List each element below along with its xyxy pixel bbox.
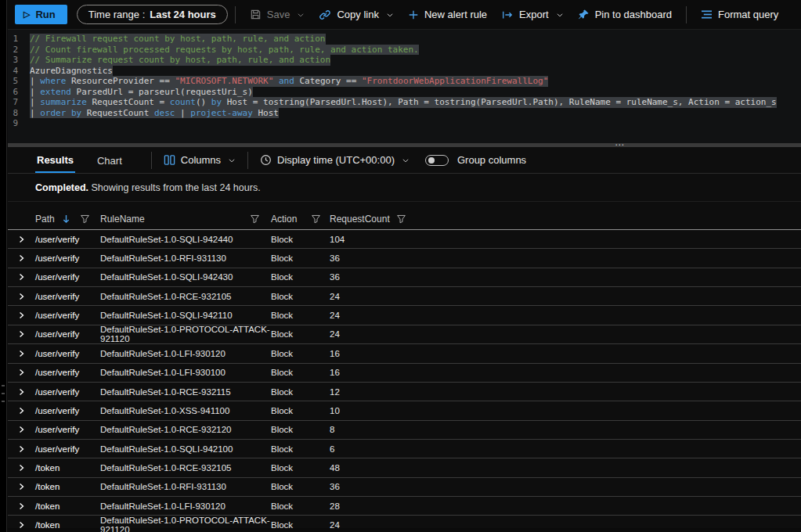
panel-resize-handle[interactable]: ⋯ (8, 143, 801, 147)
row-expander-icon[interactable] (18, 293, 25, 300)
column-header-path[interactable]: Path (35, 214, 100, 225)
line-number: 2 (8, 45, 30, 56)
filter-icon[interactable] (396, 214, 406, 224)
table-row[interactable]: /tokenDefaultRuleSet-1.0-RCE-932105Block… (8, 458, 801, 477)
table-body: /user/verifyDefaultRuleSet-1.0-SQLI-9424… (8, 230, 801, 532)
cell-action: Block (271, 292, 330, 301)
column-header-requestcount[interactable]: RequestCount (330, 214, 428, 225)
pin-to-dashboard-button[interactable]: Pin to dashboard (571, 3, 679, 27)
query-status: Completed. Showing results from the last… (8, 174, 801, 202)
export-button[interactable]: Export (494, 3, 571, 27)
sort-descending-icon[interactable] (62, 214, 70, 224)
column-label: RuleName (100, 214, 145, 225)
format-query-button[interactable]: Format query (694, 3, 785, 27)
tab-results[interactable]: Results (35, 148, 75, 173)
display-time-dropdown[interactable]: Display time (UTC+00:00) (255, 154, 414, 166)
code-line[interactable]: 6| extend ParsedUrl = parseurl(requestUr… (8, 87, 801, 98)
row-expander-icon[interactable] (18, 254, 25, 262)
table-row[interactable]: /user/verifyDefaultRuleSet-1.0-LFI-93010… (8, 364, 801, 383)
column-header-rulename[interactable]: RuleName (100, 214, 271, 225)
table-row[interactable]: /user/verifyDefaultRuleSet-1.0-PROTOCOL-… (8, 325, 801, 344)
table-row[interactable]: /user/verifyDefaultRuleSet-1.0-SQLI-9421… (8, 440, 801, 458)
cell-rulename: DefaultRuleSet-1.0-RFI-931130 (100, 253, 271, 263)
run-button[interactable]: ▷ Run (15, 5, 67, 24)
cell-requestcount: 24 (330, 520, 428, 530)
code-line[interactable]: 9 (8, 118, 801, 129)
time-range-picker[interactable]: Time range : Last 24 hours (77, 5, 228, 24)
copy-link-button[interactable]: Copy link (312, 3, 400, 27)
table-row[interactable]: /tokenDefaultRuleSet-1.0-PROTOCOL-ATTACK… (8, 516, 801, 532)
cell-action: Block (271, 387, 330, 397)
tabbar-separator (247, 152, 248, 169)
table-row[interactable]: /user/verifyDefaultRuleSet-1.0-RCE-93210… (8, 287, 801, 306)
cell-action: Block (271, 253, 330, 263)
new-alert-rule-button[interactable]: New alert rule (401, 3, 494, 27)
table-row[interactable]: /user/verifyDefaultRuleSet-1.0-RFI-93113… (8, 249, 801, 268)
row-expander-icon[interactable] (18, 445, 25, 453)
cell-requestcount: 28 (330, 501, 428, 511)
query-workspace: ▷ Run Time range : Last 24 hours Save Co… (8, 0, 801, 532)
save-icon (250, 9, 262, 20)
query-status-detail: Showing results from the last 24 hours. (88, 182, 261, 193)
collapsed-side-rail[interactable] (0, 0, 7, 532)
cell-requestcount: 10 (330, 406, 428, 415)
code-line[interactable]: 8| order by RequestCount desc | project-… (8, 108, 801, 119)
table-row[interactable]: /tokenDefaultRuleSet-1.0-LFI-930120Block… (8, 497, 801, 516)
row-expander-icon[interactable] (18, 350, 25, 358)
row-expander-icon[interactable] (18, 502, 25, 510)
cell-action: Block (271, 349, 330, 358)
row-expander-icon[interactable] (18, 235, 25, 243)
side-rail-grip-icon[interactable] (2, 385, 5, 402)
row-expander-icon[interactable] (18, 464, 25, 472)
code-line[interactable]: 2// Count firewall processed requests by… (8, 45, 801, 56)
table-row[interactable]: /user/verifyDefaultRuleSet-1.0-RCE-93211… (8, 383, 801, 401)
cell-path: /token (35, 482, 100, 491)
tab-chart[interactable]: Chart (96, 149, 124, 172)
row-expander-icon[interactable] (18, 521, 25, 529)
query-editor[interactable]: 1// Firewall request count by host, path… (8, 30, 801, 143)
row-expander-icon[interactable] (18, 426, 25, 433)
row-expander-icon[interactable] (18, 368, 25, 376)
cell-rulename: DefaultRuleSet-1.0-RFI-931130 (100, 482, 271, 491)
cell-rulename: DefaultRuleSet-1.0-SQLI-942440 (100, 235, 271, 244)
line-number: 7 (8, 97, 30, 108)
group-columns-toggle[interactable] (425, 155, 449, 166)
table-row[interactable]: /user/verifyDefaultRuleSet-1.0-SQLI-9421… (8, 306, 801, 325)
run-button-label: Run (35, 9, 55, 20)
filter-icon[interactable] (250, 214, 260, 224)
filter-icon[interactable] (311, 214, 321, 224)
column-label: RequestCount (330, 214, 390, 225)
line-number: 3 (8, 55, 30, 66)
row-expander-icon[interactable] (18, 388, 25, 396)
toggle-knob (428, 157, 435, 164)
cell-rulename: DefaultRuleSet-1.0-SQLI-942110 (100, 311, 271, 320)
row-expander-icon[interactable] (18, 483, 25, 491)
table-row[interactable]: /user/verifyDefaultRuleSet-1.0-LFI-93012… (8, 344, 801, 363)
cell-rulename: DefaultRuleSet-1.0-PROTOCOL-ATTACK-92112… (100, 516, 271, 532)
code-line[interactable]: 1// Firewall request count by host, path… (8, 34, 801, 45)
table-row[interactable]: /tokenDefaultRuleSet-1.0-RFI-931130Block… (8, 478, 801, 497)
row-expander-icon[interactable] (18, 330, 25, 338)
table-row[interactable]: /user/verifyDefaultRuleSet-1.0-SQLI-9424… (8, 268, 801, 287)
save-button[interactable]: Save (243, 3, 312, 27)
columns-dropdown[interactable]: Columns (159, 154, 240, 166)
table-row[interactable]: /user/verifyDefaultRuleSet-1.0-XSS-94110… (8, 401, 801, 420)
table-row[interactable]: /user/verifyDefaultRuleSet-1.0-RCE-93212… (8, 421, 801, 440)
row-expander-icon[interactable] (18, 407, 25, 415)
code-line[interactable]: 7| summarize RequestCount = count() by H… (8, 97, 801, 108)
code-line[interactable]: 4AzureDiagnostics (8, 66, 801, 77)
results-tab-bar: Results Chart Columns Display time (UTC+… (8, 147, 801, 174)
export-label: Export (519, 9, 549, 20)
cell-action: Block (271, 311, 330, 320)
row-expander-icon[interactable] (18, 311, 25, 319)
toolbar-separator (235, 6, 236, 23)
cell-path: /token (35, 501, 100, 511)
code-line[interactable]: 5| where ResourceProvider == "MICROSOFT.… (8, 76, 801, 87)
code-line[interactable]: 3// Summarize request count by host, pat… (8, 55, 801, 66)
format-query-label: Format query (718, 9, 778, 20)
row-expander-icon[interactable] (18, 273, 25, 281)
filter-icon[interactable] (80, 214, 90, 224)
display-time-label: Display time (UTC+00:00) (277, 154, 395, 166)
table-row[interactable]: /user/verifyDefaultRuleSet-1.0-SQLI-9424… (8, 230, 801, 249)
column-header-action[interactable]: Action (271, 214, 330, 225)
